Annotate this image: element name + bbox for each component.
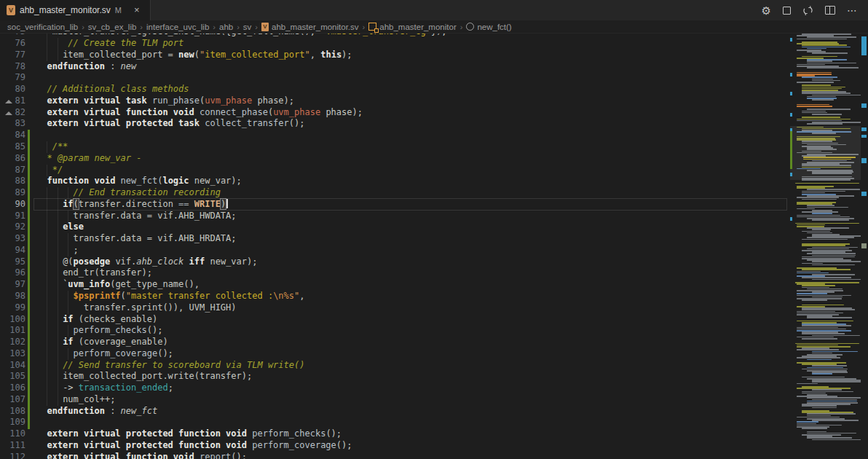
code-line-90[interactable]: 90if(transfer.direction == WRITE) bbox=[0, 199, 789, 211]
git-added-gutter bbox=[28, 211, 30, 223]
gear-icon[interactable]: ⚙ bbox=[762, 5, 771, 16]
code-line-110[interactable]: 110extern virtual protected function voi… bbox=[0, 428, 789, 440]
code-line-77[interactable]: 77item_collected_port = new("item_collec… bbox=[0, 50, 789, 61]
code-line-93[interactable]: 93transfer.data = vif.AHB_HRDATA; bbox=[0, 233, 789, 245]
line-number: 91 bbox=[0, 211, 25, 222]
indent-guide bbox=[58, 267, 58, 279]
git-added-gutter bbox=[28, 371, 30, 383]
code-line-105[interactable]: 105item_collected_port.write(transfer); bbox=[0, 371, 789, 382]
code-text: endfunction : new_fct bbox=[47, 406, 157, 417]
code-line-112[interactable]: 112extern virtual function void report()… bbox=[0, 452, 789, 459]
breadcrumb-item-sv-cb-ex-lib[interactable]: sv_cb_ex_lib bbox=[88, 23, 136, 31]
breadcrumb-item-soc-verification-lib[interactable]: soc_verification_lib bbox=[7, 23, 78, 31]
code-text: transfer.data = vif.AHB_HRDATA; bbox=[74, 233, 237, 245]
code-line-106[interactable]: 106-> transaction_ended; bbox=[0, 382, 789, 394]
file-icon: V bbox=[261, 23, 269, 31]
breadcrumb-item-ahb-master-monitor[interactable]: ahb_master_monitor bbox=[368, 23, 456, 31]
code-line-102[interactable]: 102if (coverage_enable) bbox=[0, 337, 789, 348]
breadcrumb-item-new-fct-[interactable]: new_fct() bbox=[466, 23, 511, 31]
code-line-86[interactable]: 86* @param new_var - bbox=[0, 153, 789, 165]
code-line-97[interactable]: 97`uvm_info(get_type_name(), bbox=[0, 279, 789, 291]
code-line-84[interactable]: 84 bbox=[0, 130, 789, 141]
git-compare-icon[interactable] bbox=[802, 5, 813, 16]
line-number: 93 bbox=[0, 233, 25, 245]
code-line-103[interactable]: 103perform_coverage(); bbox=[0, 348, 789, 360]
line-number: 105 bbox=[0, 371, 25, 382]
minimap-slider[interactable] bbox=[790, 126, 861, 180]
close-icon[interactable]: × bbox=[131, 4, 143, 16]
breadcrumb-item-ahb[interactable]: ahb bbox=[219, 23, 233, 31]
code-line-98[interactable]: 98$psprintf("master transfer collected :… bbox=[0, 291, 789, 302]
line-number: 108 bbox=[0, 406, 25, 417]
code-line-81[interactable]: 81extern virtual task run_phase(uvm_phas… bbox=[0, 95, 789, 107]
code-line-91[interactable]: 91transfer.data = vif.AHB_HWDATA; bbox=[0, 211, 789, 222]
code-line-89[interactable]: 89// End transaction recording bbox=[0, 187, 789, 199]
code-line-79[interactable]: 79 bbox=[0, 72, 789, 84]
line-number: 100 bbox=[0, 314, 25, 326]
code-text: */ bbox=[52, 165, 63, 176]
more-actions-icon[interactable]: ⋯ bbox=[847, 7, 858, 14]
text-cursor bbox=[226, 199, 228, 208]
minimap[interactable] bbox=[790, 0, 861, 459]
code-line-76[interactable]: 76// Create the TLM port bbox=[0, 38, 789, 50]
code-line-83[interactable]: 83extern virtual protected task collect_… bbox=[0, 118, 789, 130]
minimap-code-row bbox=[802, 239, 848, 240]
code-line-78[interactable]: 78endfunction : new bbox=[0, 61, 789, 73]
overview-ruler[interactable] bbox=[861, 0, 868, 459]
breadcrumb-item-interface-uvc-lib[interactable]: interface_uvc_lib bbox=[146, 23, 209, 31]
code-line-95[interactable]: 95@(posedge vif.ahb_clock iff new_var); bbox=[0, 256, 789, 268]
code-line-88[interactable]: 88function void new_fct(logic new_var); bbox=[0, 176, 789, 187]
indent-guide bbox=[68, 302, 68, 314]
breadcrumb-item-ahb-master-monitor-sv[interactable]: Vahb_master_monitor.sv bbox=[261, 23, 359, 31]
code-line-82[interactable]: 82extern virtual function void connect_p… bbox=[0, 107, 789, 119]
indent-guide bbox=[58, 325, 58, 337]
git-added-gutter bbox=[28, 302, 30, 315]
minimap-code-row bbox=[797, 215, 840, 216]
line-number: 107 bbox=[0, 394, 25, 406]
code-line-80[interactable]: 80// Additional class methods bbox=[0, 84, 789, 95]
tab-active-ahb-master-monitor[interactable]: V ahb_master_monitor.sv M × bbox=[0, 0, 151, 20]
code-line-85[interactable]: 85/** bbox=[0, 141, 789, 153]
code-line-99[interactable]: 99transfer.sprint()), UVM_HIGH) bbox=[0, 302, 789, 314]
minimap-code-row bbox=[795, 223, 859, 224]
code-line-96[interactable]: 96end_tr(transfer); bbox=[0, 267, 789, 279]
code-line-107[interactable]: 107num_col++; bbox=[0, 394, 789, 406]
line-number: 103 bbox=[0, 348, 25, 360]
minimap-code-row bbox=[807, 36, 856, 38]
line-number: 82 bbox=[0, 107, 25, 119]
code-line-109[interactable]: 109 bbox=[0, 417, 789, 428]
code-line-104[interactable]: 104// Send transfer to scoreboard via TL… bbox=[0, 360, 789, 372]
breadcrumb-item-sv[interactable]: sv bbox=[243, 23, 252, 31]
indent-guide bbox=[47, 291, 47, 302]
git-added-gutter bbox=[28, 417, 30, 429]
breadcrumb-separator: › bbox=[255, 23, 258, 31]
code-line-92[interactable]: 92else bbox=[0, 221, 789, 233]
code-line-100[interactable]: 100if (checks_enable) bbox=[0, 314, 789, 326]
square-icon[interactable] bbox=[783, 7, 791, 15]
code-text: extern virtual protected function void p… bbox=[47, 428, 342, 440]
minimap-code-row bbox=[802, 277, 851, 278]
code-editor[interactable]: 75master_transfer_cg.set_inst_name({get_… bbox=[0, 0, 790, 459]
line-number: 78 bbox=[0, 61, 25, 73]
minimap-code-row bbox=[802, 287, 829, 289]
minimap-code-row bbox=[802, 269, 851, 270]
minimap-code-row bbox=[802, 93, 851, 94]
git-added-gutter bbox=[28, 314, 30, 326]
code-line-111[interactable]: 111extern virtual protected function voi… bbox=[0, 440, 789, 452]
indent-guide bbox=[47, 165, 47, 176]
minimap-code-row bbox=[812, 261, 863, 262]
code-line-108[interactable]: 108endfunction : new_fct bbox=[0, 406, 789, 417]
minimap-code-row bbox=[807, 413, 856, 415]
split-editor-icon[interactable] bbox=[825, 6, 835, 15]
code-line-87[interactable]: 87*/ bbox=[0, 165, 789, 176]
overview-ruler-mark bbox=[861, 158, 867, 163]
gutter-marker-icon bbox=[5, 100, 12, 103]
minimap-code-row bbox=[812, 219, 849, 221]
code-line-101[interactable]: 101perform_checks(); bbox=[0, 325, 789, 337]
code-line-94[interactable]: 94; bbox=[0, 245, 789, 256]
git-added-gutter bbox=[28, 382, 30, 395]
code-text: @(posedge vif.ahb_clock iff new_var); bbox=[63, 256, 257, 268]
minimap-code-row bbox=[812, 229, 831, 230]
indent-guide bbox=[47, 187, 47, 199]
minimap-code-row bbox=[797, 421, 818, 423]
